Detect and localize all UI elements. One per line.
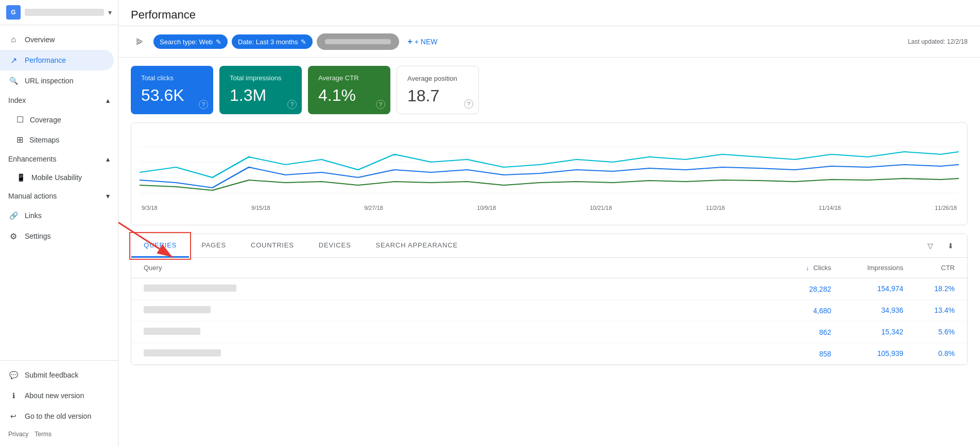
x-label-3: 10/9/18 xyxy=(477,205,496,211)
enhancements-section-label: Enhancements xyxy=(8,155,56,163)
tabs-section: QUERIES PAGES COUNTRIES DEVICES SEARCH A… xyxy=(131,234,968,365)
download-button[interactable] xyxy=(942,238,959,254)
sidebar-item-overview[interactable]: Overview xyxy=(0,29,114,50)
x-label-2: 9/27/18 xyxy=(364,205,383,211)
search-type-chip[interactable]: Search type: Web xyxy=(153,34,228,49)
index-chevron-icon xyxy=(106,96,110,104)
blurred-chip[interactable] xyxy=(317,33,399,50)
sidebar-item-about-version[interactable]: About new version xyxy=(0,385,114,406)
ctr-cell-1: 18.2% xyxy=(903,284,955,293)
avg-ctr-card[interactable]: Average CTR 4.1% ? xyxy=(308,66,390,114)
doc-icon xyxy=(16,115,24,124)
sidebar-header: G xyxy=(0,0,118,25)
tab-queries[interactable]: QUERIES xyxy=(131,234,189,258)
sidebar-item-overview-label: Overview xyxy=(25,35,55,44)
filter-table-button[interactable] xyxy=(922,238,938,254)
x-label-6: 11/14/18 xyxy=(819,205,841,211)
ctr-cell-4: 0.8% xyxy=(903,349,955,358)
tab-actions xyxy=(914,234,967,257)
x-label-5: 11/2/18 xyxy=(706,205,725,211)
query-cell-4 xyxy=(144,349,759,358)
ctr-cell-2: 13.4% xyxy=(903,306,955,315)
sidebar-item-url-label: URL inspection xyxy=(25,77,73,85)
total-clicks-help-icon[interactable]: ? xyxy=(199,100,208,109)
col-header-ctr: CTR xyxy=(903,264,955,272)
tab-devices[interactable]: DEVICES xyxy=(306,234,364,258)
mobile-usability-label: Mobile Usability xyxy=(31,173,82,182)
query-blur-4 xyxy=(144,349,221,356)
page-title: Performance xyxy=(131,8,968,22)
col-header-impressions: Impressions xyxy=(831,264,903,272)
new-button[interactable]: + NEW xyxy=(403,34,441,49)
privacy-link[interactable]: Privacy xyxy=(8,431,28,438)
date-label: Date: Last 3 months xyxy=(238,38,298,46)
impressions-cell-1: 154,974 xyxy=(831,284,903,293)
sidebar-item-go-old[interactable]: Go to the old version xyxy=(0,406,114,426)
tab-search-appearance[interactable]: SEARCH APPEARANCE xyxy=(363,234,470,258)
query-blur-2 xyxy=(144,306,211,313)
col-header-query: Query xyxy=(144,264,759,272)
sidebar-item-links[interactable]: Links xyxy=(0,205,114,226)
sidebar-item-url-inspection[interactable]: URL inspection xyxy=(0,70,114,91)
sort-clicks-icon xyxy=(806,264,810,272)
avg-ctr-help-icon[interactable]: ? xyxy=(376,100,385,109)
impressions-cell-3: 15,342 xyxy=(831,328,903,336)
table-row: 862 15,342 5.6% xyxy=(131,322,967,343)
enhancements-chevron-icon xyxy=(106,155,110,163)
sidebar-item-settings[interactable]: Settings xyxy=(0,226,114,246)
ctr-cell-3: 5.6% xyxy=(903,328,955,336)
footer-links: Privacy Terms xyxy=(0,426,118,442)
toolbar: Search type: Web Date: Last 3 months + N… xyxy=(118,26,980,58)
performance-chart: 9/3/18 9/15/18 9/27/18 10/9/18 10/21/18 … xyxy=(131,122,968,225)
main-header: Performance xyxy=(118,0,980,26)
tab-countries[interactable]: COUNTRIES xyxy=(238,234,306,258)
table-header: Query Clicks Impressions CTR xyxy=(131,258,967,278)
sidebar: G Overview Performance URL inspection In… xyxy=(0,0,118,446)
gear-icon xyxy=(8,231,19,241)
coverage-label: Coverage xyxy=(30,116,61,124)
avg-position-value: 18.7 xyxy=(407,86,468,105)
total-impressions-help-icon[interactable]: ? xyxy=(287,100,297,109)
table-row: 28,282 154,974 18.2% xyxy=(131,278,967,300)
new-label: + NEW xyxy=(415,38,438,46)
sidebar-item-mobile-usability[interactable]: Mobile Usability xyxy=(0,168,114,187)
chart-x-labels: 9/3/18 9/15/18 9/27/18 10/9/18 10/21/18 … xyxy=(140,205,959,211)
total-clicks-card[interactable]: Total clicks 53.6K ? xyxy=(131,66,213,114)
x-label-7: 11/26/18 xyxy=(935,205,957,211)
avg-position-help-icon[interactable]: ? xyxy=(464,99,473,109)
link-icon xyxy=(8,210,19,221)
query-cell-1 xyxy=(144,284,759,293)
terms-link[interactable]: Terms xyxy=(35,431,51,438)
sidebar-item-submit-feedback[interactable]: Submit feedback xyxy=(0,365,114,385)
sidebar-item-sitemaps[interactable]: Sitemaps xyxy=(0,130,114,150)
index-section-header[interactable]: Index xyxy=(0,91,118,110)
sidebar-item-performance[interactable]: Performance xyxy=(0,50,114,70)
manual-actions-section-header[interactable]: Manual actions xyxy=(0,187,118,205)
tab-pages[interactable]: PAGES xyxy=(189,234,238,258)
avg-ctr-label: Average CTR xyxy=(318,74,380,82)
date-chip[interactable]: Date: Last 3 months xyxy=(232,34,313,49)
enhancements-section-header[interactable]: Enhancements xyxy=(0,150,118,168)
total-impressions-card[interactable]: Total impressions 1.3M ? xyxy=(219,66,302,114)
x-label-0: 9/3/18 xyxy=(142,205,158,211)
go-old-label: Go to the old version xyxy=(25,412,91,420)
app-logo: G xyxy=(6,5,21,20)
funnel-icon xyxy=(927,242,933,250)
avg-position-card[interactable]: Average position 18.7 ? xyxy=(397,66,479,114)
search-type-edit-icon xyxy=(216,38,221,46)
download-icon xyxy=(948,242,954,250)
table-row: 4,680 34,936 13.4% xyxy=(131,300,967,322)
sidebar-item-performance-label: Performance xyxy=(25,56,66,64)
total-clicks-label: Total clicks xyxy=(141,74,203,82)
filter-button[interactable] xyxy=(131,32,149,51)
search-type-label: Search type: Web xyxy=(160,38,213,46)
site-dropdown-icon[interactable] xyxy=(108,8,112,16)
sidebar-item-coverage[interactable]: Coverage xyxy=(0,110,114,130)
total-impressions-label: Total impressions xyxy=(230,74,291,82)
main-content: Performance Search type: Web Date: Last … xyxy=(118,0,980,446)
manual-actions-chevron-icon xyxy=(106,192,110,200)
table-area: Query Clicks Impressions CTR 28,282 154,… xyxy=(131,258,967,365)
tabs-row: QUERIES PAGES COUNTRIES DEVICES SEARCH A… xyxy=(131,234,967,258)
index-section-label: Index xyxy=(8,96,26,104)
avg-ctr-value: 4.1% xyxy=(318,86,380,105)
